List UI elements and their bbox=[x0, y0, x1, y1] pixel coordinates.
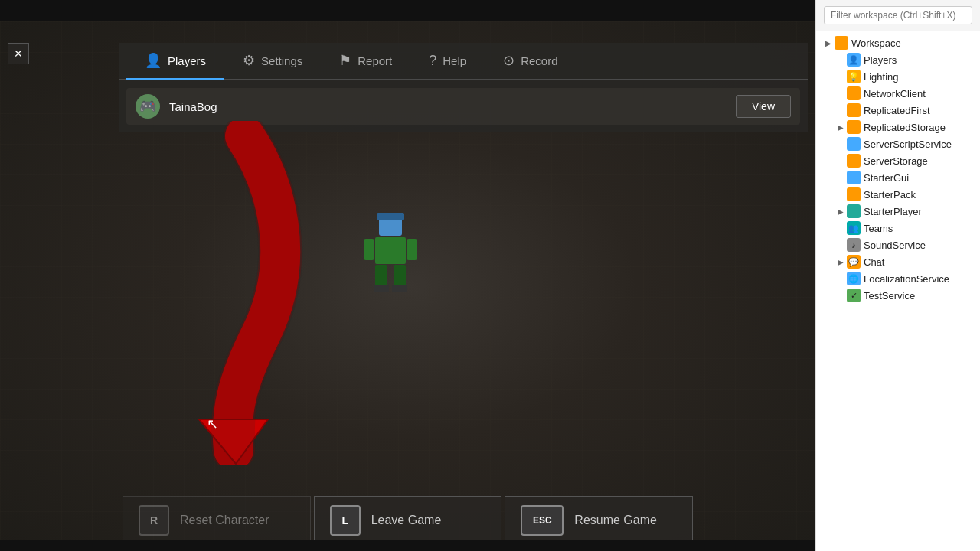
sidebar-item-serverscriptservice[interactable]: ServerScriptService bbox=[816, 135, 980, 152]
main-area: ✕ 👤 Players ⚙ Settings ⚑ Report ? bbox=[0, 0, 815, 551]
starterplayer-label: StarterPlayer bbox=[864, 206, 974, 217]
sidebar-item-testservice[interactable]: ✓ TestService bbox=[816, 287, 980, 304]
sidebar-item-starterplayer[interactable]: ▶ StarterPlayer bbox=[816, 203, 980, 220]
testservice-label: TestService bbox=[864, 290, 974, 302]
tab-report-label: Report bbox=[358, 54, 392, 67]
reset-character-label: Reset Character bbox=[180, 514, 270, 527]
sidebar-item-workspace[interactable]: ▶ Workspace bbox=[816, 34, 980, 51]
teams-label: Teams bbox=[864, 223, 974, 234]
game-character bbox=[360, 213, 421, 315]
expand-soundservice-icon bbox=[835, 239, 847, 251]
players-label: Players bbox=[864, 54, 974, 66]
expand-localizationservice-icon bbox=[835, 272, 847, 285]
replicatedstorage-icon bbox=[847, 120, 861, 134]
player-row: 🎮 TainaBog View bbox=[126, 88, 800, 125]
starterpack-icon bbox=[847, 187, 861, 201]
chat-icon: 💬 bbox=[847, 255, 861, 269]
serverstorage-label: ServerStorage bbox=[864, 155, 974, 167]
sidebar-item-startergui[interactable]: StarterGui bbox=[816, 169, 980, 186]
replicatedstorage-label: ReplicatedStorage bbox=[864, 122, 974, 133]
sidebar-item-replicatedstorage[interactable]: ▶ ReplicatedStorage bbox=[816, 119, 980, 135]
tab-settings-label: Settings bbox=[261, 54, 302, 67]
expand-serverscriptservice-icon bbox=[835, 138, 847, 150]
sidebar-item-lighting[interactable]: 💡 Lighting bbox=[816, 68, 980, 85]
leave-key-badge: L bbox=[330, 505, 361, 536]
overlay-panel: 👤 Players ⚙ Settings ⚑ Report ? Help ⊙ bbox=[119, 43, 808, 132]
expand-chat-icon: ▶ bbox=[835, 256, 847, 268]
close-button[interactable]: ✕ bbox=[8, 43, 29, 64]
sidebar-item-chat[interactable]: ▶ 💬 Chat bbox=[816, 253, 980, 270]
sidebar-item-players[interactable]: 👤 Players bbox=[816, 51, 980, 68]
svg-rect-4 bbox=[375, 237, 406, 264]
resume-game-label: Resume Game bbox=[574, 514, 657, 527]
svg-rect-8 bbox=[394, 265, 406, 288]
resume-game-button[interactable]: ESC Resume Game bbox=[505, 496, 693, 545]
svg-rect-6 bbox=[407, 239, 417, 260]
tab-settings[interactable]: ⚙ Settings bbox=[224, 43, 321, 80]
networkclient-label: NetworkClient bbox=[864, 88, 974, 99]
reset-key-badge: R bbox=[139, 505, 169, 536]
sidebar-item-localizationservice[interactable]: 🌐 LocalizationService bbox=[816, 270, 980, 287]
expand-startergui-icon bbox=[835, 171, 847, 184]
sidebar-filter bbox=[816, 0, 980, 31]
tab-record-label: Record bbox=[521, 54, 557, 67]
help-tab-icon: ? bbox=[429, 53, 436, 69]
lighting-label: Lighting bbox=[864, 71, 974, 83]
resume-key-badge: ESC bbox=[521, 505, 564, 536]
localizationservice-icon: 🌐 bbox=[847, 272, 861, 285]
svg-rect-9 bbox=[374, 285, 389, 292]
chat-label: Chat bbox=[864, 256, 974, 268]
localizationservice-label: LocalizationService bbox=[864, 273, 974, 285]
players-icon: 👤 bbox=[847, 53, 861, 67]
tab-players-label: Players bbox=[168, 54, 206, 67]
leave-game-label: Leave Game bbox=[371, 514, 442, 527]
expand-serverstorage-icon bbox=[835, 155, 847, 167]
top-bar bbox=[0, 0, 815, 21]
expand-starterplayer-icon: ▶ bbox=[835, 205, 847, 217]
red-arrow-svg bbox=[122, 121, 352, 465]
sidebar-item-networkclient[interactable]: NetworkClient bbox=[816, 85, 980, 102]
sidebar-item-replicatedfirst[interactable]: ReplicatedFirst bbox=[816, 102, 980, 119]
workspace-label: Workspace bbox=[851, 37, 974, 49]
sidebar-item-serverstorage[interactable]: ServerStorage bbox=[816, 152, 980, 169]
tab-players[interactable]: 👤 Players bbox=[126, 43, 224, 80]
bottom-black-bar bbox=[0, 540, 815, 551]
player-list: 🎮 TainaBog View bbox=[119, 80, 808, 132]
serverscriptservice-label: ServerScriptService bbox=[864, 139, 974, 150]
svg-rect-5 bbox=[364, 239, 374, 260]
svg-rect-10 bbox=[392, 285, 407, 292]
starterpack-label: StarterPack bbox=[864, 189, 974, 201]
serverstorage-icon bbox=[847, 154, 861, 168]
expand-workspace-icon: ▶ bbox=[822, 37, 835, 49]
tab-help-label: Help bbox=[443, 54, 466, 67]
lighting-icon: 💡 bbox=[847, 70, 861, 83]
tab-record[interactable]: ⊙ Record bbox=[485, 43, 576, 80]
starterplayer-icon bbox=[847, 204, 861, 218]
player-avatar: 🎮 bbox=[136, 94, 160, 119]
sidebar-item-soundservice[interactable]: ♪ SoundService bbox=[816, 236, 980, 253]
expand-lighting-icon bbox=[835, 70, 847, 83]
replicatedfirst-icon bbox=[847, 103, 861, 117]
replicatedfirst-label: ReplicatedFirst bbox=[864, 105, 974, 116]
view-button[interactable]: View bbox=[736, 95, 791, 118]
teams-icon: 👥 bbox=[847, 221, 861, 235]
startergui-icon bbox=[847, 171, 861, 184]
expand-starterpack-icon bbox=[835, 188, 847, 201]
tab-bar: 👤 Players ⚙ Settings ⚑ Report ? Help ⊙ bbox=[119, 43, 808, 80]
expand-teams-icon bbox=[835, 222, 847, 234]
leave-game-button[interactable]: L Leave Game bbox=[314, 496, 502, 545]
expand-networkclient-icon bbox=[835, 87, 847, 99]
sidebar-item-starterpack[interactable]: StarterPack bbox=[816, 186, 980, 203]
networkclient-icon bbox=[847, 86, 861, 100]
report-tab-icon: ⚑ bbox=[339, 52, 351, 69]
expand-replicatedstorage-icon: ▶ bbox=[835, 121, 847, 133]
svg-rect-7 bbox=[375, 265, 387, 288]
tab-help[interactable]: ? Help bbox=[410, 43, 485, 80]
soundservice-icon: ♪ bbox=[847, 238, 861, 252]
filter-input[interactable] bbox=[824, 6, 972, 24]
testservice-icon: ✓ bbox=[847, 289, 861, 302]
reset-character-button[interactable]: R Reset Character bbox=[122, 496, 311, 545]
expand-replicatedfirst-icon bbox=[835, 104, 847, 116]
tab-report[interactable]: ⚑ Report bbox=[321, 43, 410, 80]
sidebar-item-teams[interactable]: 👥 Teams bbox=[816, 220, 980, 236]
